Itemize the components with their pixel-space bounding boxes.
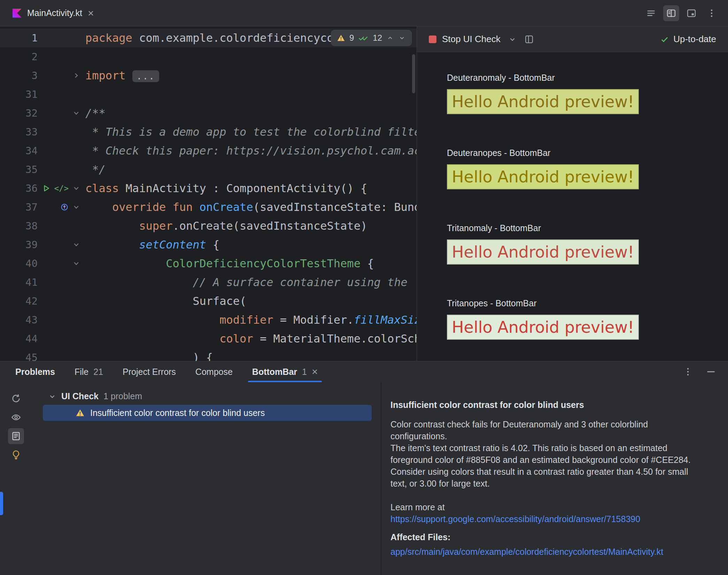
code-text: ColorDeficiencyColorTestTheme { xyxy=(85,257,374,270)
inspections-widget[interactable]: 9 12 xyxy=(331,30,412,46)
compose-code-icon[interactable]: </> xyxy=(54,184,69,193)
line-number: 2 xyxy=(0,51,38,63)
kebab-menu-icon[interactable] xyxy=(683,367,693,377)
ui-check-panel: Stop UI Check Up-to-date Deuteranomaly -… xyxy=(417,26,728,361)
preview-label: Tritanomaly - BottomBar xyxy=(447,222,728,234)
code-line-45[interactable]: 45 ) { xyxy=(0,348,417,361)
code-text: Surface( xyxy=(85,294,246,308)
line-number: 39 xyxy=(0,239,38,251)
fold-chevron-down-icon[interactable] xyxy=(72,203,80,211)
code-line-32[interactable]: 32/** xyxy=(0,104,417,123)
tab-problems[interactable]: Problems xyxy=(15,361,55,382)
code-line-34[interactable]: 34 * Check this paper: https://vision.ps… xyxy=(0,141,417,160)
gutter-icons xyxy=(38,203,85,211)
quick-fix-bulb-icon[interactable] xyxy=(8,447,24,463)
code-line-39[interactable]: 39 setContent { xyxy=(0,235,417,254)
tab-file[interactable]: File 21 xyxy=(75,361,103,382)
stop-ui-check-button[interactable]: Stop UI Check xyxy=(429,34,501,45)
structure-icon[interactable] xyxy=(643,5,659,21)
group-label: UI Check xyxy=(61,391,99,401)
code-text: setContent { xyxy=(85,238,219,251)
code-line-40[interactable]: 40 ColorDeficiencyColorTestTheme { xyxy=(0,254,417,273)
passed-count: 12 xyxy=(373,33,382,43)
tab-compose[interactable]: Compose xyxy=(195,361,233,382)
line-number: 34 xyxy=(0,145,38,157)
status-label: Up-to-date xyxy=(673,34,716,45)
code-text: */ xyxy=(85,163,106,176)
code-line-43[interactable]: 43 modifier = Modifier.fillMaxSize(), xyxy=(0,310,417,329)
problem-details: Insufficient color contrast for color bl… xyxy=(381,382,728,575)
code-line-38[interactable]: 38 super.onCreate(savedInstanceState) xyxy=(0,216,417,235)
next-problem-icon[interactable] xyxy=(398,34,406,42)
preview-render[interactable]: Hello Android preview! xyxy=(447,164,639,189)
code-line-37[interactable]: 37 override fun onCreate(savedInstanceSt… xyxy=(0,198,417,216)
line-number: 45 xyxy=(0,352,38,361)
minimize-icon[interactable] xyxy=(706,367,716,377)
prev-problem-icon[interactable] xyxy=(386,34,394,42)
code-text: * This is a demo app to test the colorbl… xyxy=(85,125,417,139)
run-icon[interactable] xyxy=(42,184,51,192)
report-view-icon[interactable] xyxy=(8,428,24,444)
fold-chevron-down-icon[interactable] xyxy=(72,259,80,268)
learn-more-text: Learn more at xyxy=(390,501,704,513)
line-number: 32 xyxy=(0,107,38,119)
preview-render[interactable]: Hello Android preview! xyxy=(447,315,639,340)
code-text: super.onCreate(savedInstanceState) xyxy=(85,219,367,233)
tab-bottombar[interactable]: BottomBar 1 × xyxy=(252,361,318,382)
ui-check-group[interactable]: UI Check 1 problem xyxy=(32,391,381,401)
fold-chevron-down-icon[interactable] xyxy=(72,241,80,249)
code-line-36[interactable]: 36</>class MainActivity : ComponentActiv… xyxy=(0,179,417,198)
tab-close-icon[interactable]: × xyxy=(88,8,94,18)
code-line-42[interactable]: 42 Surface( xyxy=(0,292,417,310)
tab-mainactivity[interactable]: MainActivity.kt × xyxy=(0,0,103,26)
fold-chevron-down-icon[interactable] xyxy=(72,184,80,192)
layout-view-icon[interactable] xyxy=(524,34,534,44)
code-line-2[interactable]: 2 xyxy=(0,47,417,66)
tab-project-errors[interactable]: Project Errors xyxy=(123,361,176,382)
android-studio-window: MainActivity.kt × 1package com.example.c… xyxy=(0,0,728,575)
code-editor[interactable]: 1package com.example.colordeficiencycolo… xyxy=(0,26,417,361)
affected-file-link[interactable]: app/src/main/java/com/example/colordefic… xyxy=(390,546,704,558)
learn-more-link[interactable]: https://support.google.com/accessibility… xyxy=(390,513,704,525)
line-number: 42 xyxy=(0,295,38,307)
code-lines: 1package com.example.colordeficiencycolo… xyxy=(0,26,417,361)
problem-item-selected[interactable]: Insufficient color contrast for color bl… xyxy=(43,405,372,421)
line-number: 38 xyxy=(0,220,38,232)
tool-window-tabs: Problems File 21 Project Errors Compose … xyxy=(0,361,728,382)
tab-close-icon[interactable]: × xyxy=(312,367,318,377)
gutter-icons xyxy=(38,71,85,80)
code-text: modifier = Modifier.fillMaxSize(), xyxy=(85,313,417,326)
override-icon[interactable] xyxy=(60,203,69,211)
fold-chevron-right-icon[interactable] xyxy=(72,71,80,80)
fold-chevron-down-icon[interactable] xyxy=(72,109,80,117)
ui-check-header: Stop UI Check Up-to-date xyxy=(417,26,728,52)
preview-item: Deuteranomaly - BottomBarHello Android p… xyxy=(447,72,728,114)
expand-chevron-icon[interactable] xyxy=(48,392,56,401)
kebab-menu-icon[interactable] xyxy=(704,5,720,21)
split-editor-icon[interactable] xyxy=(663,5,679,21)
code-line-31[interactable]: 31 xyxy=(0,85,417,104)
code-line-33[interactable]: 33 * This is a demo app to test the colo… xyxy=(0,123,417,141)
dropdown-chevron-icon[interactable] xyxy=(508,35,517,44)
tool-window-icon-strip xyxy=(0,382,32,575)
preview-render[interactable]: Hello Android preview! xyxy=(447,89,639,114)
code-line-35[interactable]: 35 */ xyxy=(0,160,417,179)
preview-eye-icon[interactable] xyxy=(8,409,24,425)
editor-scrollbar[interactable] xyxy=(412,54,415,93)
line-number: 44 xyxy=(0,333,38,345)
tab-count: 21 xyxy=(93,367,103,377)
editor-tab-bar: MainActivity.kt × xyxy=(0,0,728,26)
line-number: 36 xyxy=(0,182,38,194)
preview-item: Tritanomaly - BottomBarHello Android pre… xyxy=(447,222,728,265)
tool-window-content: UI Check 1 problem Insufficient color co… xyxy=(0,382,728,575)
group-count: 1 problem xyxy=(103,391,142,401)
preview-render[interactable]: Hello Android preview! xyxy=(447,239,639,265)
tab-label: MainActivity.kt xyxy=(27,8,82,18)
code-line-44[interactable]: 44 color = MaterialTheme.colorScheme.bac… xyxy=(0,329,417,348)
code-line-3[interactable]: 3import ... xyxy=(0,66,417,85)
preview-window-icon[interactable] xyxy=(683,5,699,21)
line-number: 41 xyxy=(0,276,38,288)
code-line-41[interactable]: 41 // A surface container using the 'bac… xyxy=(0,273,417,292)
rerun-check-icon[interactable] xyxy=(8,391,24,407)
editor-toolbar xyxy=(643,5,728,21)
